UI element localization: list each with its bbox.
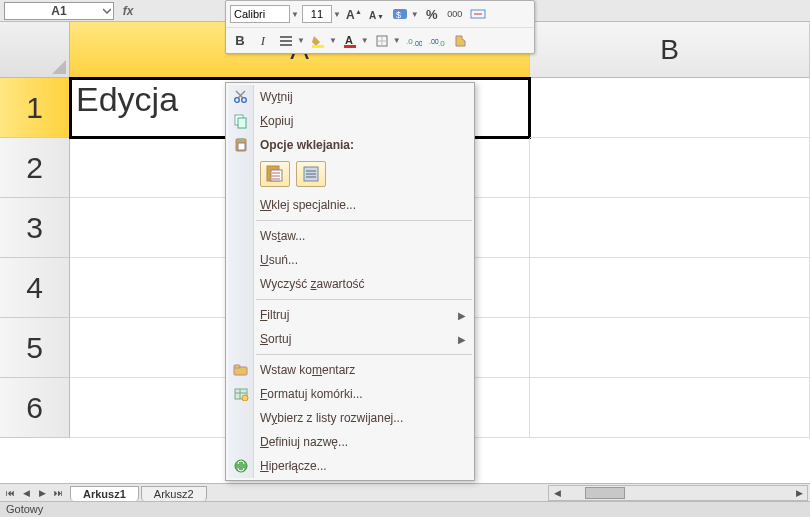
folder-comment-icon: [228, 360, 254, 380]
menu-label: Definiuj nazwę...: [260, 435, 466, 449]
comma-style-button[interactable]: 000: [445, 4, 465, 24]
bold-button[interactable]: B: [230, 31, 250, 51]
submenu-arrow-icon: ▶: [458, 334, 466, 345]
horizontal-scrollbar[interactable]: ◀ ▶: [548, 485, 808, 501]
row-header-1[interactable]: 1: [0, 78, 70, 138]
hyperlink-icon: [228, 456, 254, 476]
menu-label: Filtruj: [260, 308, 458, 322]
svg-rect-7: [312, 45, 324, 48]
chevron-down-icon[interactable]: ▼: [333, 10, 341, 19]
status-bar: Gotowy: [0, 501, 810, 517]
row-header-3[interactable]: 3: [0, 198, 70, 258]
svg-point-28: [242, 395, 248, 401]
row-headers: 1 2 3 4 5 6: [0, 78, 70, 438]
svg-text:$: $: [396, 10, 401, 20]
tab-nav-next[interactable]: ▶: [34, 486, 50, 500]
shrink-font-button[interactable]: A▼: [367, 4, 387, 24]
currency-button[interactable]: $: [390, 4, 410, 24]
scroll-right-icon[interactable]: ▶: [791, 488, 807, 498]
decrease-decimal-button[interactable]: .00.0: [427, 31, 447, 51]
svg-text:▲: ▲: [355, 8, 362, 15]
context-menu: Wytnij Kopiuj Opcje wklejania: Wklej spe…: [225, 82, 475, 481]
cell[interactable]: [530, 378, 810, 438]
svg-point-15: [235, 98, 240, 103]
chevron-down-icon[interactable]: ▼: [393, 36, 401, 45]
chevron-down-icon[interactable]: ▼: [329, 36, 337, 45]
menu-sort[interactable]: Sortuj ▶: [226, 327, 474, 351]
menu-label: Wstaw komentarz: [260, 363, 466, 377]
scroll-thumb[interactable]: [585, 487, 625, 499]
row-header-2[interactable]: 2: [0, 138, 70, 198]
mini-toolbar: ▼ ▼ A▲ A▼ $ ▼ % 000 B I ▼ ▼ A ▼: [225, 0, 535, 54]
menu-clear-contents[interactable]: Wyczyść zawartość: [226, 272, 474, 296]
menu-filter[interactable]: Filtruj ▶: [226, 303, 474, 327]
menu-insert[interactable]: Wstaw...: [226, 224, 474, 248]
paste-option-all[interactable]: [260, 161, 290, 187]
svg-text:A: A: [369, 10, 376, 21]
fx-icon[interactable]: fx: [120, 3, 136, 19]
cell[interactable]: [530, 258, 810, 318]
menu-paste-special[interactable]: Wklej specjalnie...: [226, 193, 474, 217]
font-color-button[interactable]: A: [340, 31, 360, 51]
menu-delete[interactable]: Usuń...: [226, 248, 474, 272]
sheet-tab-arkusz1[interactable]: Arkusz1: [70, 486, 139, 501]
tab-nav-first[interactable]: ⏮: [2, 486, 18, 500]
menu-label: Opcje wklejania:: [260, 138, 466, 152]
fill-color-button[interactable]: [308, 31, 328, 51]
cell[interactable]: [530, 138, 810, 198]
separator: [256, 299, 472, 300]
chevron-down-icon[interactable]: [103, 7, 111, 15]
menu-label: Wybierz z listy rozwijanej...: [260, 411, 466, 425]
scissors-icon: [228, 87, 254, 107]
scroll-left-icon[interactable]: ◀: [549, 488, 565, 498]
status-text: Gotowy: [6, 503, 43, 515]
menu-copy[interactable]: Kopiuj: [226, 109, 474, 133]
paste-option-values[interactable]: [296, 161, 326, 187]
cell-b1[interactable]: [530, 78, 810, 138]
increase-decimal-button[interactable]: .0.00: [404, 31, 424, 51]
chevron-down-icon[interactable]: ▼: [297, 36, 305, 45]
svg-text:A: A: [346, 8, 355, 21]
chevron-down-icon[interactable]: ▼: [291, 10, 299, 19]
menu-format-cells[interactable]: Formatuj komórki...: [226, 382, 474, 406]
sheet-tab-arkusz2[interactable]: Arkusz2: [141, 486, 207, 501]
menu-cut[interactable]: Wytnij: [226, 85, 474, 109]
format-painter-button[interactable]: [450, 31, 470, 51]
menu-pick-from-list[interactable]: Wybierz z listy rozwijanej...: [226, 406, 474, 430]
italic-button[interactable]: I: [253, 31, 273, 51]
separator: [256, 220, 472, 221]
cell[interactable]: [530, 318, 810, 378]
grow-font-button[interactable]: A▲: [344, 4, 364, 24]
paste-options-row: [226, 157, 474, 193]
separator: [256, 354, 472, 355]
chevron-down-icon[interactable]: ▼: [361, 36, 369, 45]
name-box[interactable]: A1: [4, 2, 114, 20]
borders-button[interactable]: [372, 31, 392, 51]
menu-hyperlink[interactable]: Hiperłącze...: [226, 454, 474, 478]
svg-text:.0: .0: [438, 39, 445, 47]
svg-rect-26: [234, 365, 240, 368]
menu-label: Formatuj komórki...: [260, 387, 466, 401]
tab-nav-last[interactable]: ⏭: [50, 486, 66, 500]
cell[interactable]: [530, 198, 810, 258]
copy-icon: [228, 111, 254, 131]
name-box-value: A1: [51, 4, 66, 18]
row-header-4[interactable]: 4: [0, 258, 70, 318]
menu-label: Wytnij: [260, 90, 466, 104]
row-header-6[interactable]: 6: [0, 378, 70, 438]
merge-button[interactable]: [468, 4, 488, 24]
svg-text:A: A: [345, 34, 353, 46]
chevron-down-icon[interactable]: ▼: [411, 10, 419, 19]
menu-define-name[interactable]: Definiuj nazwę...: [226, 430, 474, 454]
row-header-5[interactable]: 5: [0, 318, 70, 378]
svg-rect-21: [238, 143, 245, 150]
tab-nav-prev[interactable]: ◀: [18, 486, 34, 500]
font-name-input[interactable]: [230, 5, 290, 23]
percent-button[interactable]: %: [422, 4, 442, 24]
align-button[interactable]: [276, 31, 296, 51]
menu-label: Kopiuj: [260, 114, 466, 128]
column-header-b[interactable]: B: [530, 22, 810, 78]
select-all-corner[interactable]: [0, 22, 70, 78]
menu-insert-comment[interactable]: Wstaw komentarz: [226, 358, 474, 382]
font-size-input[interactable]: [302, 5, 332, 23]
